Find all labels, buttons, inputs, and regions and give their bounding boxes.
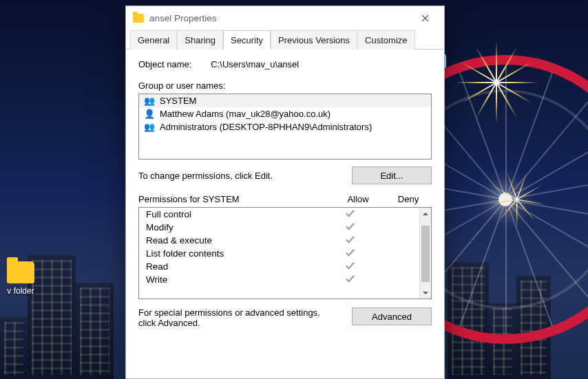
object-name-value: C:\Users\mav_u\ansel	[211, 59, 299, 69]
desktop-folder-label: v folder	[7, 286, 34, 296]
permission-allow	[323, 235, 377, 246]
tab-previous-versions[interactable]: Previous Versions	[271, 30, 357, 50]
permission-row[interactable]: Full control	[139, 208, 419, 221]
permissions-header-deny: Deny	[385, 194, 432, 204]
permission-row[interactable]: Read	[139, 260, 419, 273]
group-name: Administrators (DESKTOP-8PHHAN9\Administ…	[160, 122, 372, 132]
permission-allow	[323, 222, 377, 233]
group-icon: 👥	[143, 96, 156, 106]
group-name: Matthew Adams (mav_uk28@yahoo.co.uk)	[160, 109, 330, 119]
permission-name: Read	[146, 261, 323, 272]
close-icon	[421, 14, 429, 22]
scroll-up-button[interactable]	[420, 208, 431, 219]
security-tab-content: Object name: C:\Users\mav_u\ansel Group …	[126, 50, 444, 378]
user-icon: 👤	[143, 109, 156, 119]
groups-listbox[interactable]: 👥SYSTEM👤Matthew Adams (mav_uk28@yahoo.co…	[138, 94, 432, 160]
tab-bar: GeneralSharingSecurityPrevious VersionsC…	[126, 30, 444, 50]
tab-general[interactable]: General	[130, 30, 177, 50]
scroll-down-button[interactable]	[420, 287, 431, 299]
chevron-up-icon	[423, 211, 428, 217]
permissions-header-allow: Allow	[331, 194, 385, 204]
edit-hint: To change permissions, click Edit.	[138, 171, 273, 181]
tab-security[interactable]: Security	[223, 30, 271, 50]
scrollbar-thumb[interactable]	[421, 226, 430, 282]
permission-row[interactable]: List folder contents	[139, 247, 419, 260]
titlebar[interactable]: ansel Properties	[126, 6, 444, 30]
tab-customize[interactable]: Customize	[357, 30, 414, 50]
permission-allow	[323, 261, 377, 272]
chevron-down-icon	[423, 290, 428, 296]
desktop-folder-icon[interactable]: v folder	[0, 261, 41, 296]
tab-sharing[interactable]: Sharing	[177, 30, 223, 50]
group-icon: 👥	[143, 122, 156, 132]
permissions-listbox: Full controlModifyRead & executeList fol…	[138, 207, 432, 299]
permission-allow	[323, 274, 377, 285]
object-name-label: Object name:	[138, 59, 191, 69]
groups-label: Group or user names:	[138, 80, 432, 91]
window-title: ansel Properties	[149, 13, 410, 23]
group-row[interactable]: 👥Administrators (DESKTOP-8PHHAN9\Adminis…	[139, 120, 431, 133]
folder-icon	[133, 14, 144, 23]
permissions-header-name: Permissions for SYSTEM	[138, 194, 331, 204]
permission-name: Full control	[146, 209, 323, 219]
advanced-hint: For special permissions or advanced sett…	[138, 307, 338, 328]
group-row[interactable]: 👥SYSTEM	[139, 94, 431, 107]
advanced-button[interactable]: Advanced	[352, 307, 432, 325]
permission-row[interactable]: Write	[139, 273, 419, 286]
permission-allow	[323, 248, 377, 259]
group-row[interactable]: 👤Matthew Adams (mav_uk28@yahoo.co.uk)	[139, 107, 431, 120]
properties-dialog: ansel Properties GeneralSharingSecurityP…	[125, 6, 445, 379]
close-button[interactable]	[410, 6, 440, 30]
permission-allow	[323, 209, 377, 220]
permission-name: Modify	[146, 222, 323, 232]
permission-name: Write	[146, 274, 323, 285]
permission-row[interactable]: Modify	[139, 221, 419, 234]
permission-name: Read & execute	[146, 235, 323, 246]
permission-name: List folder contents	[146, 248, 323, 259]
group-name: SYSTEM	[160, 96, 196, 106]
permission-row[interactable]: Read & execute	[139, 234, 419, 247]
scrollbar[interactable]	[419, 208, 431, 299]
folder-icon	[7, 261, 34, 283]
edit-button[interactable]: Edit...	[352, 166, 432, 184]
